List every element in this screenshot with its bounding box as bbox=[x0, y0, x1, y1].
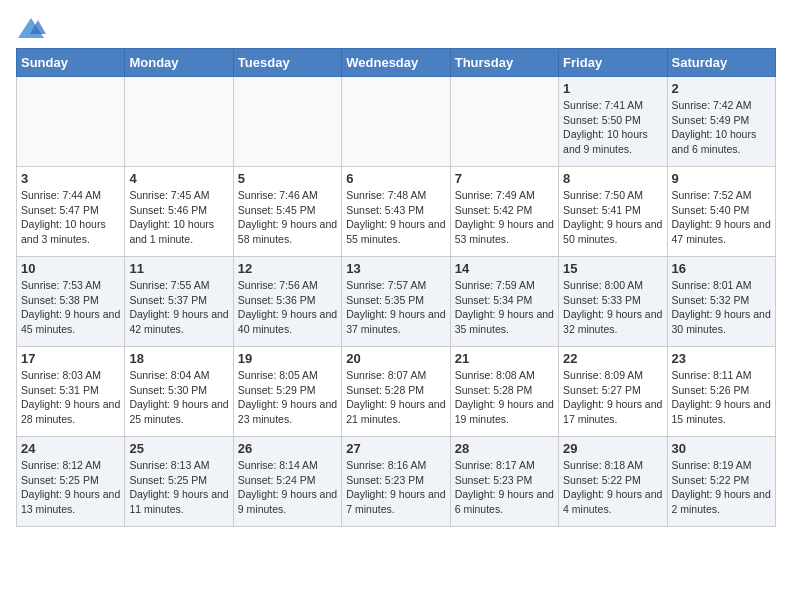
day-info: Sunrise: 8:00 AM Sunset: 5:33 PM Dayligh… bbox=[563, 278, 662, 337]
weekday-header-row: SundayMondayTuesdayWednesdayThursdayFrid… bbox=[17, 49, 776, 77]
day-number: 22 bbox=[563, 351, 662, 366]
day-info: Sunrise: 7:52 AM Sunset: 5:40 PM Dayligh… bbox=[672, 188, 771, 247]
day-number: 19 bbox=[238, 351, 337, 366]
day-info: Sunrise: 8:09 AM Sunset: 5:27 PM Dayligh… bbox=[563, 368, 662, 427]
calendar-cell: 25Sunrise: 8:13 AM Sunset: 5:25 PM Dayli… bbox=[125, 437, 233, 527]
calendar-cell: 20Sunrise: 8:07 AM Sunset: 5:28 PM Dayli… bbox=[342, 347, 450, 437]
day-info: Sunrise: 8:12 AM Sunset: 5:25 PM Dayligh… bbox=[21, 458, 120, 517]
day-number: 29 bbox=[563, 441, 662, 456]
day-info: Sunrise: 8:01 AM Sunset: 5:32 PM Dayligh… bbox=[672, 278, 771, 337]
calendar-cell: 13Sunrise: 7:57 AM Sunset: 5:35 PM Dayli… bbox=[342, 257, 450, 347]
day-number: 10 bbox=[21, 261, 120, 276]
day-number: 2 bbox=[672, 81, 771, 96]
day-number: 4 bbox=[129, 171, 228, 186]
day-info: Sunrise: 7:45 AM Sunset: 5:46 PM Dayligh… bbox=[129, 188, 228, 247]
day-info: Sunrise: 8:17 AM Sunset: 5:23 PM Dayligh… bbox=[455, 458, 554, 517]
calendar-cell: 3Sunrise: 7:44 AM Sunset: 5:47 PM Daylig… bbox=[17, 167, 125, 257]
day-number: 23 bbox=[672, 351, 771, 366]
day-number: 7 bbox=[455, 171, 554, 186]
calendar-cell: 29Sunrise: 8:18 AM Sunset: 5:22 PM Dayli… bbox=[559, 437, 667, 527]
calendar-cell: 10Sunrise: 7:53 AM Sunset: 5:38 PM Dayli… bbox=[17, 257, 125, 347]
day-number: 21 bbox=[455, 351, 554, 366]
day-info: Sunrise: 7:50 AM Sunset: 5:41 PM Dayligh… bbox=[563, 188, 662, 247]
day-number: 12 bbox=[238, 261, 337, 276]
day-number: 3 bbox=[21, 171, 120, 186]
day-info: Sunrise: 8:05 AM Sunset: 5:29 PM Dayligh… bbox=[238, 368, 337, 427]
calendar-cell: 27Sunrise: 8:16 AM Sunset: 5:23 PM Dayli… bbox=[342, 437, 450, 527]
calendar-cell: 30Sunrise: 8:19 AM Sunset: 5:22 PM Dayli… bbox=[667, 437, 775, 527]
day-info: Sunrise: 8:03 AM Sunset: 5:31 PM Dayligh… bbox=[21, 368, 120, 427]
day-number: 14 bbox=[455, 261, 554, 276]
day-info: Sunrise: 8:08 AM Sunset: 5:28 PM Dayligh… bbox=[455, 368, 554, 427]
weekday-header-tuesday: Tuesday bbox=[233, 49, 341, 77]
day-info: Sunrise: 8:16 AM Sunset: 5:23 PM Dayligh… bbox=[346, 458, 445, 517]
calendar-cell: 5Sunrise: 7:46 AM Sunset: 5:45 PM Daylig… bbox=[233, 167, 341, 257]
calendar-cell bbox=[233, 77, 341, 167]
day-number: 1 bbox=[563, 81, 662, 96]
day-number: 11 bbox=[129, 261, 228, 276]
day-info: Sunrise: 7:46 AM Sunset: 5:45 PM Dayligh… bbox=[238, 188, 337, 247]
calendar-cell: 14Sunrise: 7:59 AM Sunset: 5:34 PM Dayli… bbox=[450, 257, 558, 347]
day-number: 5 bbox=[238, 171, 337, 186]
day-info: Sunrise: 7:59 AM Sunset: 5:34 PM Dayligh… bbox=[455, 278, 554, 337]
calendar-cell: 9Sunrise: 7:52 AM Sunset: 5:40 PM Daylig… bbox=[667, 167, 775, 257]
day-info: Sunrise: 8:13 AM Sunset: 5:25 PM Dayligh… bbox=[129, 458, 228, 517]
week-row-5: 24Sunrise: 8:12 AM Sunset: 5:25 PM Dayli… bbox=[17, 437, 776, 527]
day-info: Sunrise: 7:44 AM Sunset: 5:47 PM Dayligh… bbox=[21, 188, 120, 247]
calendar-cell: 16Sunrise: 8:01 AM Sunset: 5:32 PM Dayli… bbox=[667, 257, 775, 347]
day-info: Sunrise: 8:14 AM Sunset: 5:24 PM Dayligh… bbox=[238, 458, 337, 517]
calendar-cell: 8Sunrise: 7:50 AM Sunset: 5:41 PM Daylig… bbox=[559, 167, 667, 257]
calendar-cell: 22Sunrise: 8:09 AM Sunset: 5:27 PM Dayli… bbox=[559, 347, 667, 437]
day-info: Sunrise: 7:48 AM Sunset: 5:43 PM Dayligh… bbox=[346, 188, 445, 247]
week-row-4: 17Sunrise: 8:03 AM Sunset: 5:31 PM Dayli… bbox=[17, 347, 776, 437]
calendar-cell: 21Sunrise: 8:08 AM Sunset: 5:28 PM Dayli… bbox=[450, 347, 558, 437]
day-info: Sunrise: 8:11 AM Sunset: 5:26 PM Dayligh… bbox=[672, 368, 771, 427]
day-number: 16 bbox=[672, 261, 771, 276]
day-info: Sunrise: 7:49 AM Sunset: 5:42 PM Dayligh… bbox=[455, 188, 554, 247]
day-number: 28 bbox=[455, 441, 554, 456]
calendar-cell: 1Sunrise: 7:41 AM Sunset: 5:50 PM Daylig… bbox=[559, 77, 667, 167]
calendar-cell: 7Sunrise: 7:49 AM Sunset: 5:42 PM Daylig… bbox=[450, 167, 558, 257]
day-info: Sunrise: 8:19 AM Sunset: 5:22 PM Dayligh… bbox=[672, 458, 771, 517]
day-info: Sunrise: 7:41 AM Sunset: 5:50 PM Dayligh… bbox=[563, 98, 662, 157]
weekday-header-wednesday: Wednesday bbox=[342, 49, 450, 77]
day-number: 25 bbox=[129, 441, 228, 456]
day-info: Sunrise: 7:56 AM Sunset: 5:36 PM Dayligh… bbox=[238, 278, 337, 337]
day-info: Sunrise: 7:42 AM Sunset: 5:49 PM Dayligh… bbox=[672, 98, 771, 157]
calendar-cell bbox=[450, 77, 558, 167]
day-info: Sunrise: 7:53 AM Sunset: 5:38 PM Dayligh… bbox=[21, 278, 120, 337]
logo bbox=[16, 16, 50, 40]
day-number: 24 bbox=[21, 441, 120, 456]
calendar-cell: 2Sunrise: 7:42 AM Sunset: 5:49 PM Daylig… bbox=[667, 77, 775, 167]
day-number: 18 bbox=[129, 351, 228, 366]
weekday-header-thursday: Thursday bbox=[450, 49, 558, 77]
logo-icon bbox=[16, 16, 46, 40]
calendar-cell bbox=[342, 77, 450, 167]
calendar-table: SundayMondayTuesdayWednesdayThursdayFrid… bbox=[16, 48, 776, 527]
calendar-cell: 6Sunrise: 7:48 AM Sunset: 5:43 PM Daylig… bbox=[342, 167, 450, 257]
weekday-header-sunday: Sunday bbox=[17, 49, 125, 77]
day-number: 17 bbox=[21, 351, 120, 366]
calendar-cell bbox=[125, 77, 233, 167]
day-number: 26 bbox=[238, 441, 337, 456]
week-row-2: 3Sunrise: 7:44 AM Sunset: 5:47 PM Daylig… bbox=[17, 167, 776, 257]
day-info: Sunrise: 8:07 AM Sunset: 5:28 PM Dayligh… bbox=[346, 368, 445, 427]
day-info: Sunrise: 7:57 AM Sunset: 5:35 PM Dayligh… bbox=[346, 278, 445, 337]
calendar-cell: 23Sunrise: 8:11 AM Sunset: 5:26 PM Dayli… bbox=[667, 347, 775, 437]
weekday-header-monday: Monday bbox=[125, 49, 233, 77]
day-number: 6 bbox=[346, 171, 445, 186]
calendar-cell: 17Sunrise: 8:03 AM Sunset: 5:31 PM Dayli… bbox=[17, 347, 125, 437]
week-row-3: 10Sunrise: 7:53 AM Sunset: 5:38 PM Dayli… bbox=[17, 257, 776, 347]
day-info: Sunrise: 7:55 AM Sunset: 5:37 PM Dayligh… bbox=[129, 278, 228, 337]
calendar-cell: 18Sunrise: 8:04 AM Sunset: 5:30 PM Dayli… bbox=[125, 347, 233, 437]
day-number: 27 bbox=[346, 441, 445, 456]
calendar-cell bbox=[17, 77, 125, 167]
weekday-header-saturday: Saturday bbox=[667, 49, 775, 77]
calendar-cell: 15Sunrise: 8:00 AM Sunset: 5:33 PM Dayli… bbox=[559, 257, 667, 347]
calendar-cell: 11Sunrise: 7:55 AM Sunset: 5:37 PM Dayli… bbox=[125, 257, 233, 347]
week-row-1: 1Sunrise: 7:41 AM Sunset: 5:50 PM Daylig… bbox=[17, 77, 776, 167]
calendar-cell: 19Sunrise: 8:05 AM Sunset: 5:29 PM Dayli… bbox=[233, 347, 341, 437]
day-number: 20 bbox=[346, 351, 445, 366]
day-number: 13 bbox=[346, 261, 445, 276]
header bbox=[16, 16, 776, 40]
